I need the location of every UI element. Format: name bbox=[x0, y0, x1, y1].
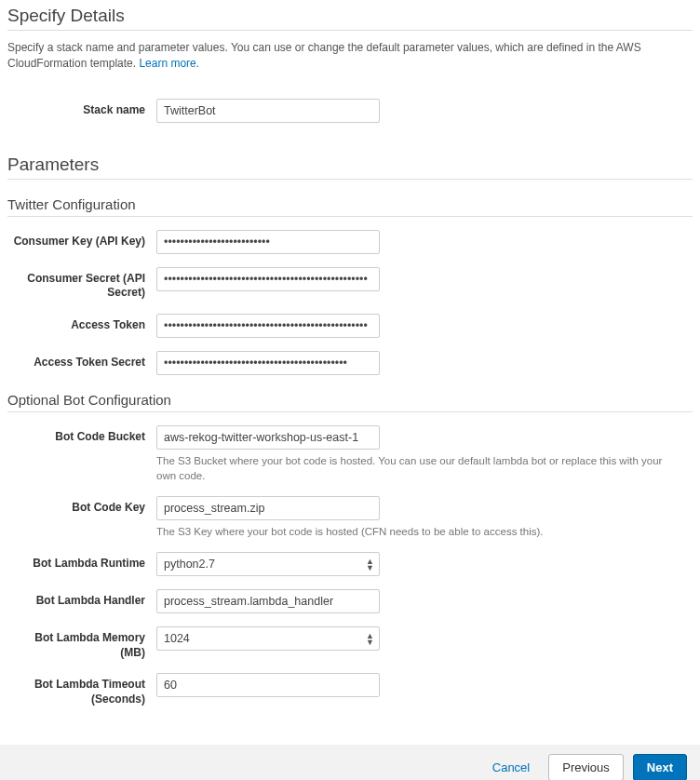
bot-runtime-label: Bot Lambda Runtime bbox=[7, 552, 156, 572]
bot-bucket-input[interactable] bbox=[156, 425, 380, 450]
bot-timeout-label: Bot Lambda Timeout (Seconds) bbox=[7, 673, 156, 706]
bot-key-label: Bot Code Key bbox=[7, 496, 156, 516]
stack-name-row: Stack name bbox=[7, 99, 693, 123]
bot-handler-label: Bot Lambda Handler bbox=[7, 589, 156, 609]
consumer-secret-input[interactable] bbox=[156, 267, 380, 291]
previous-button[interactable]: Previous bbox=[548, 754, 624, 780]
consumer-key-label: Consumer Key (API Key) bbox=[7, 230, 156, 249]
divider bbox=[7, 216, 693, 217]
bot-memory-label: Bot Lambda Memory (MB) bbox=[7, 626, 156, 660]
bot-config-title: Optional Bot Configuration bbox=[7, 392, 693, 408]
bot-memory-select[interactable]: 1024 bbox=[156, 626, 380, 651]
consumer-secret-label: Consumer Secret (API Secret) bbox=[7, 267, 156, 301]
twitter-config-title: Twitter Configuration bbox=[7, 196, 693, 212]
access-token-label: Access Token bbox=[7, 314, 156, 333]
divider bbox=[7, 411, 693, 412]
bot-key-row: Bot Code Key The S3 Key where your bot c… bbox=[7, 496, 693, 539]
access-token-secret-label: Access Token Secret bbox=[7, 351, 156, 370]
bot-bucket-row: Bot Code Bucket The S3 Bucket where your… bbox=[7, 425, 693, 483]
consumer-secret-row: Consumer Secret (API Secret) bbox=[7, 267, 693, 301]
bot-runtime-row: Bot Lambda Runtime python2.7 ▲▼ bbox=[7, 552, 693, 576]
stack-name-label: Stack name bbox=[7, 99, 156, 118]
learn-more-link[interactable]: Learn more. bbox=[139, 57, 199, 70]
access-token-input[interactable] bbox=[156, 314, 380, 338]
bot-key-help: The S3 Key where your bot code is hosted… bbox=[156, 524, 678, 539]
cancel-button[interactable]: Cancel bbox=[483, 755, 539, 780]
bot-bucket-help: The S3 Bucket where your bot code is hos… bbox=[156, 453, 678, 483]
bot-key-input[interactable] bbox=[156, 496, 380, 520]
next-button[interactable]: Next bbox=[633, 754, 687, 780]
bot-runtime-select[interactable]: python2.7 bbox=[156, 552, 380, 576]
bot-timeout-row: Bot Lambda Timeout (Seconds) bbox=[7, 673, 693, 706]
footer-bar: Cancel Previous Next bbox=[0, 745, 700, 780]
divider bbox=[7, 179, 693, 180]
access-token-row: Access Token bbox=[7, 314, 693, 338]
consumer-key-input[interactable] bbox=[156, 230, 380, 254]
divider bbox=[7, 30, 693, 31]
page-title: Specify Details bbox=[7, 6, 693, 26]
bot-handler-row: Bot Lambda Handler bbox=[7, 589, 693, 613]
description-text: Specify a stack name and parameter value… bbox=[7, 41, 641, 70]
bot-timeout-input[interactable] bbox=[156, 673, 380, 697]
parameters-title: Parameters bbox=[7, 155, 693, 175]
bot-bucket-label: Bot Code Bucket bbox=[7, 425, 156, 445]
bot-memory-row: Bot Lambda Memory (MB) 1024 ▲▼ bbox=[7, 626, 693, 660]
access-token-secret-input[interactable] bbox=[156, 351, 380, 375]
page-description: Specify a stack name and parameter value… bbox=[7, 40, 693, 73]
consumer-key-row: Consumer Key (API Key) bbox=[7, 230, 693, 254]
access-token-secret-row: Access Token Secret bbox=[7, 351, 693, 375]
bot-handler-input[interactable] bbox=[156, 589, 380, 613]
stack-name-input[interactable] bbox=[156, 99, 380, 123]
